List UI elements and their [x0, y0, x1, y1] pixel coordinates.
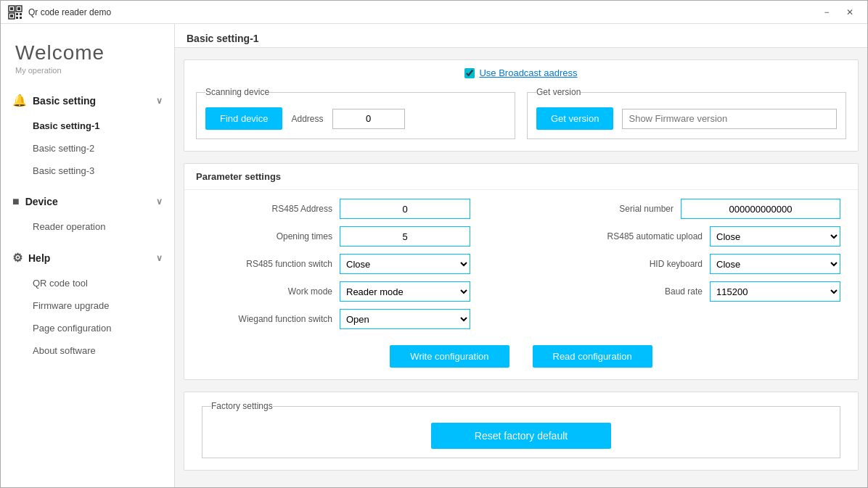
app-body: Welcome My operation 🔔 Basic setting ∨ B…	[1, 24, 867, 487]
welcome-subtitle: My operation	[15, 66, 160, 75]
main-window: Qr code reader demo − ✕ Welcome My opera…	[0, 0, 868, 488]
page-title: Basic setting-1	[175, 24, 867, 48]
rs485-auto-upload-row: RS485 automatic upload Close Open	[521, 226, 840, 247]
bell-icon: 🔔	[12, 94, 27, 107]
work-mode-label: Work mode	[202, 286, 332, 297]
get-version-button[interactable]: Get version	[536, 107, 613, 130]
hid-keyboard-row: HID keyboard Close Open	[521, 254, 840, 274]
address-input[interactable]: 0	[332, 109, 405, 129]
wiegand-function-switch-label: Wiegand function switch	[202, 314, 332, 324]
gear-icon: ⚙	[12, 251, 22, 265]
rs485-auto-upload-label: RS485 automatic upload	[572, 231, 703, 241]
serial-number-input[interactable]: 000000000000	[681, 199, 840, 219]
address-label: Address	[291, 114, 323, 124]
opening-times-row: Opening times 5	[202, 226, 521, 247]
sidebar-item-reader-operation[interactable]: Reader operation	[1, 215, 174, 238]
title-bar: Qr code reader demo − ✕	[1, 1, 867, 24]
param-row-3: RS485 function switch Close Open HID key…	[202, 254, 840, 274]
param-row-5: Wiegand function switch Open Close	[202, 309, 840, 329]
svg-rect-9	[20, 17, 22, 19]
device-label: Device	[25, 196, 156, 207]
find-device-button[interactable]: Find device	[205, 107, 282, 130]
app-icon	[7, 4, 24, 21]
sidebar-item-basic-setting-3[interactable]: Basic setting-3	[1, 160, 174, 182]
factory-settings-legend: Factory settings	[211, 401, 273, 411]
baud-rate-row: Baud rate 115200 9600 19200 38400 57600	[521, 281, 840, 302]
broadcast-checkbox[interactable]	[464, 68, 475, 78]
sidebar-welcome: Welcome My operation	[1, 24, 174, 80]
hid-keyboard-select[interactable]: Close Open	[710, 254, 840, 274]
chevron-down-icon-2: ∨	[156, 197, 163, 207]
rs485-function-switch-label: RS485 function switch	[202, 259, 332, 269]
factory-settings-panel: Factory settings Reset factory default	[184, 392, 859, 471]
reset-factory-default-button[interactable]: Reset factory default	[431, 423, 611, 449]
work-mode-row: Work mode Reader mode Normal mode	[202, 281, 521, 302]
broadcast-row: Use Broadcast aadress	[184, 60, 858, 81]
param-row-2: Opening times 5 RS485 automatic upload C…	[202, 226, 840, 247]
main-content: Basic setting-1 Use Broadcast aadress Sc…	[175, 24, 867, 487]
sidebar-section-header-device[interactable]: ■ Device ∨	[1, 188, 174, 215]
parameter-settings-title: Parameter settings	[184, 164, 858, 190]
close-button[interactable]: ✕	[838, 2, 861, 22]
svg-rect-1	[10, 7, 13, 10]
parameter-settings-panel: Parameter settings RS485 Address 0 Seria…	[184, 163, 859, 380]
wiegand-function-switch-row: Wiegand function switch Open Close	[202, 309, 521, 329]
serial-number-row: Serial number 000000000000	[521, 199, 840, 219]
help-label: Help	[28, 252, 156, 264]
rs485-address-row: RS485 Address 0	[202, 199, 521, 219]
window-controls: − ✕	[815, 2, 861, 22]
rs485-function-switch-select[interactable]: Close Open	[340, 254, 470, 274]
broadcast-label[interactable]: Use Broadcast aadress	[479, 67, 577, 78]
sidebar-item-basic-setting-2[interactable]: Basic setting-2	[1, 137, 174, 160]
opening-times-input[interactable]: 5	[340, 226, 470, 247]
scanning-device-legend: Scanning device	[205, 87, 269, 97]
top-panel-body: Scanning device Find device Address 0 Ge…	[184, 81, 858, 151]
svg-rect-8	[16, 17, 18, 19]
svg-rect-7	[20, 13, 22, 15]
param-row-1: RS485 Address 0 Serial number 0000000000…	[202, 199, 840, 219]
sidebar-item-page-configuration[interactable]: Page configuration	[1, 317, 174, 339]
rs485-address-label: RS485 Address	[202, 204, 332, 214]
app-title: Qr code reader demo	[28, 7, 815, 17]
get-version-group: Get version Get version	[527, 87, 846, 139]
svg-rect-3	[17, 7, 20, 10]
sidebar-section-header-basic-setting[interactable]: 🔔 Basic setting ∨	[1, 86, 174, 115]
svg-rect-6	[16, 13, 18, 15]
sidebar-item-basic-setting-1[interactable]: Basic setting-1	[1, 115, 174, 137]
action-row: Write configuration Read configuration	[184, 339, 858, 379]
basic-setting-label: Basic setting	[33, 95, 156, 107]
firmware-version-input[interactable]	[622, 109, 837, 129]
sidebar-item-qr-code-tool[interactable]: QR code tool	[1, 272, 174, 294]
get-version-inner: Get version	[536, 107, 837, 130]
read-configuration-button[interactable]: Read configuration	[533, 345, 652, 368]
sidebar-item-firmware-upgrade[interactable]: Firmware upgrade	[1, 294, 174, 317]
rs485-function-switch-row: RS485 function switch Close Open	[202, 254, 521, 274]
rs485-auto-upload-select[interactable]: Close Open	[710, 226, 840, 247]
scanning-device-inner: Find device Address 0	[205, 107, 506, 130]
wiegand-function-switch-select[interactable]: Open Close	[340, 309, 470, 329]
work-mode-select[interactable]: Reader mode Normal mode	[340, 281, 470, 302]
factory-inner: Factory settings Reset factory default	[184, 392, 858, 470]
scanning-device-group: Scanning device Find device Address 0	[196, 87, 515, 139]
device-icon: ■	[12, 195, 20, 208]
sidebar-section-basic-setting: 🔔 Basic setting ∨ Basic setting-1 Basic …	[1, 86, 174, 182]
sidebar-section-header-help[interactable]: ⚙ Help ∨	[1, 244, 174, 272]
svg-rect-5	[10, 15, 13, 17]
sidebar-section-device: ■ Device ∨ Reader operation	[1, 188, 174, 238]
baud-rate-label: Baud rate	[572, 286, 703, 297]
write-configuration-button[interactable]: Write configuration	[390, 345, 509, 368]
sidebar: Welcome My operation 🔔 Basic setting ∨ B…	[1, 24, 175, 487]
param-row-4: Work mode Reader mode Normal mode Baud r…	[202, 281, 840, 302]
baud-rate-select[interactable]: 115200 9600 19200 38400 57600	[710, 281, 840, 302]
sidebar-section-help: ⚙ Help ∨ QR code tool Firmware upgrade P…	[1, 244, 174, 362]
factory-settings-fieldset: Factory settings Reset factory default	[202, 401, 840, 458]
get-version-legend: Get version	[536, 87, 581, 97]
sidebar-item-about-software[interactable]: About software	[1, 339, 174, 362]
param-grid: RS485 Address 0 Serial number 0000000000…	[184, 190, 858, 339]
top-panel: Use Broadcast aadress Scanning device Fi…	[184, 59, 859, 152]
chevron-down-icon-3: ∨	[156, 253, 163, 263]
minimize-button[interactable]: −	[815, 2, 838, 22]
welcome-title: Welcome	[15, 41, 160, 65]
chevron-down-icon: ∨	[156, 96, 163, 106]
rs485-address-input[interactable]: 0	[340, 199, 470, 219]
